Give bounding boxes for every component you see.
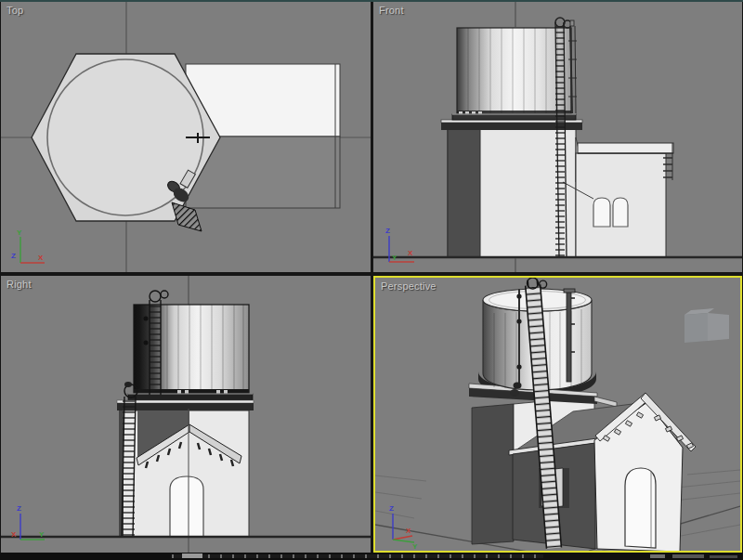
axis-y-label: Y xyxy=(17,228,22,237)
axis-y-label: Y xyxy=(412,542,418,551)
top-view-canvas[interactable]: Y X Z xyxy=(1,2,371,272)
annex-front xyxy=(563,137,673,257)
window xyxy=(613,198,628,227)
track-bar[interactable] xyxy=(0,553,743,560)
perspective-view-canvas[interactable]: Z X Y xyxy=(375,278,740,551)
axis-tripod-top: Y X Z xyxy=(11,228,45,263)
axis-x-label: X xyxy=(11,530,17,539)
viewport-right[interactable]: Right xyxy=(1,276,371,553)
track-bar-slider[interactable] xyxy=(182,553,202,558)
axis-x-label: X xyxy=(408,249,413,257)
viewport-label-right[interactable]: Right xyxy=(7,279,32,290)
track-bar-segment xyxy=(650,554,665,558)
window xyxy=(593,198,610,227)
axis-y-label: Y xyxy=(392,254,398,262)
axis-tripod-right: Z Y X xyxy=(11,504,45,540)
track-bar-segment xyxy=(672,554,704,558)
viewport-label-front[interactable]: Front xyxy=(379,5,404,16)
axis-x-label: X xyxy=(406,527,411,535)
axis-tripod-perspective: Z X Y xyxy=(389,504,418,551)
track-bar-segment xyxy=(710,555,737,558)
viewport-front[interactable]: Front xyxy=(373,2,742,272)
viewport-label-top[interactable]: Top xyxy=(7,5,23,16)
axis-z-label: Z xyxy=(385,227,390,235)
axis-y-label: Y xyxy=(39,530,45,539)
front-view-canvas[interactable]: Z X Y xyxy=(373,2,742,272)
axis-x-label: X xyxy=(38,254,44,262)
viewport-quad-layout: Top xyxy=(0,0,743,560)
viewport-top[interactable]: Top xyxy=(1,2,371,272)
viewport-perspective[interactable]: Perspective xyxy=(373,276,742,553)
arched-door xyxy=(170,476,203,537)
axis-z-label: Z xyxy=(17,504,21,513)
viewport-label-perspective[interactable]: Perspective xyxy=(381,280,437,292)
axis-z-label: Z xyxy=(11,252,16,260)
right-view-canvas[interactable]: Z Y X xyxy=(1,276,371,553)
axis-z-label: Z xyxy=(389,504,394,513)
ghost-box xyxy=(684,308,729,343)
track-bar-ticks xyxy=(172,554,543,558)
